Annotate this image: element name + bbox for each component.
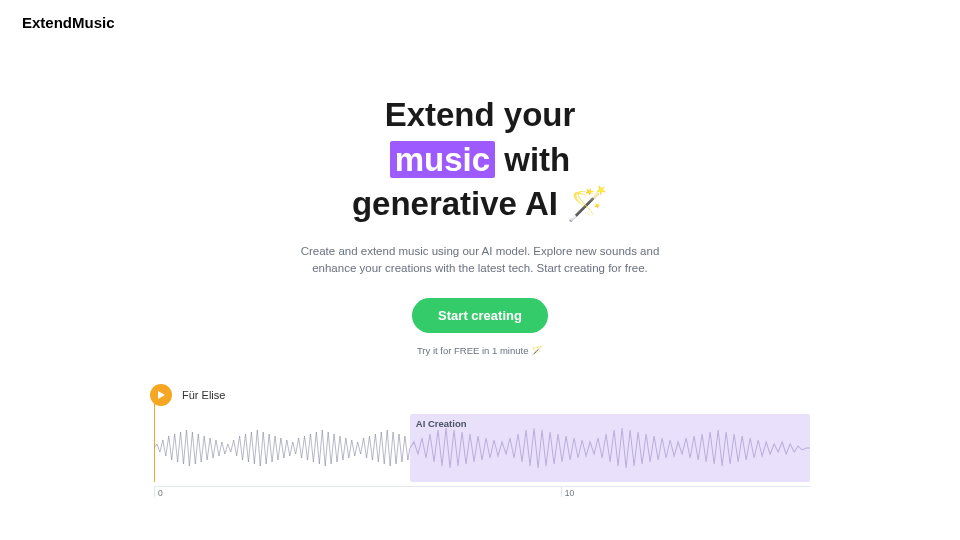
header: ExtendMusic xyxy=(0,0,960,45)
waveform-original-svg xyxy=(154,414,410,482)
track-header: Für Elise xyxy=(150,384,810,406)
waveform-ai-svg xyxy=(410,414,810,482)
hero-section: Extend your music with generative AI 🪄 C… xyxy=(0,45,960,356)
tick-0: 0 xyxy=(154,487,163,497)
start-creating-button[interactable]: Start creating xyxy=(412,298,548,333)
ai-creation-label: AI Creation xyxy=(416,418,467,429)
waveform-ai-extension: AI Creation xyxy=(410,414,810,482)
tick-10: 10 xyxy=(561,487,574,497)
title-line1: Extend your xyxy=(385,96,576,133)
track-title: Für Elise xyxy=(182,389,225,401)
audio-track: Für Elise AI Creation 0 10 xyxy=(0,356,960,500)
hero-title: Extend your music with generative AI 🪄 xyxy=(280,93,680,227)
cta-note: Try it for FREE in 1 minute 🪄 xyxy=(0,345,960,356)
time-axis: 0 10 xyxy=(154,486,810,500)
title-line3: generative AI 🪄 xyxy=(352,185,608,222)
logo[interactable]: ExtendMusic xyxy=(22,14,938,31)
waveform-original xyxy=(154,414,410,482)
waveform-area[interactable]: AI Creation xyxy=(154,414,810,482)
title-line2-after: with xyxy=(495,141,570,178)
hero-subtitle: Create and extend music using our AI mod… xyxy=(300,243,660,279)
title-highlight: music xyxy=(390,141,495,178)
play-icon xyxy=(156,390,166,400)
cta-wrap: Start creating Try it for FREE in 1 minu… xyxy=(0,298,960,356)
